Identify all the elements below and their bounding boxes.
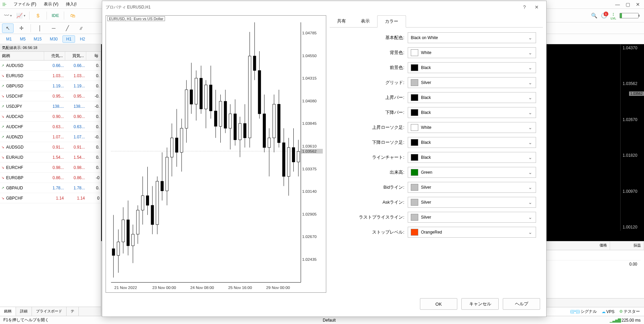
ask-value: 0.95... — [65, 94, 86, 99]
svg-rect-68 — [190, 90, 193, 104]
terminal-col-pl[interactable]: 損益 — [610, 241, 644, 250]
col-symbol[interactable]: 銘柄 — [0, 52, 44, 60]
menu-view[interactable]: 表示 (V) — [40, 0, 62, 8]
mw-tab[interactable]: テ — [67, 307, 79, 316]
market-watch-row[interactable]: ↘ USDCHF 0.95... 0.95... -0. — [0, 91, 101, 101]
color-dropdown[interactable]: Silver — [408, 212, 536, 223]
trendline-tool[interactable]: ╱ — [61, 23, 73, 33]
symbol-name: USDJPY — [5, 104, 44, 109]
ok-button[interactable]: OK — [420, 298, 457, 310]
svg-rect-20 — [108, 16, 324, 292]
search-icon[interactable]: 🔍 — [591, 13, 597, 19]
market-watch-header: 銘柄 売気... 買気... 毎 — [0, 52, 101, 61]
color-dropdown[interactable]: Silver — [408, 182, 536, 193]
signal-bars-icon: ▁▃▅▇ — [610, 318, 621, 323]
close-icon[interactable]: ✕ — [633, 1, 643, 8]
vps-link[interactable]: VPS — [602, 309, 614, 314]
color-value: Black — [421, 155, 431, 160]
change-value: 0. — [86, 63, 101, 68]
color-dropdown[interactable]: Green — [408, 167, 536, 178]
color-dropdown[interactable]: Silver — [408, 77, 536, 88]
crosshair-tool[interactable]: ✛ — [16, 23, 27, 33]
market-watch-row[interactable]: ↘ AUDSGD 0.91... 0.91... 0. — [0, 142, 101, 152]
market-watch-row[interactable]: ↗ USDJPY 138.... 138.... -0. — [0, 101, 101, 112]
color-dropdown[interactable]: Black — [408, 92, 536, 103]
svg-rect-96 — [258, 70, 261, 114]
color-dropdown[interactable]: Black — [408, 107, 536, 118]
color-dropdown[interactable]: Silver — [408, 197, 536, 208]
wave-icon: 〰 — [4, 13, 9, 18]
dialog-title: プロパティ EURUSD,H1 — [106, 4, 151, 10]
timeframe-M1[interactable]: M1 — [3, 36, 15, 42]
svg-rect-94 — [253, 56, 256, 70]
tester-link[interactable]: テスター — [619, 309, 640, 314]
dialog-chart-preview: EURUSD, H1: Euro vs US Dollar 1.047851.0… — [106, 15, 326, 293]
bid-value: 0.91... — [44, 145, 65, 150]
dialog-tab[interactable]: カラー — [377, 15, 406, 28]
menu-file[interactable]: ファイル (F) — [10, 0, 40, 8]
change-value: 0. — [86, 124, 101, 129]
market-watch-row[interactable]: ↘ EURGBP 0.86... 0.86... -0 — [0, 173, 101, 183]
svg-rect-88 — [239, 123, 241, 140]
timeframe-M30[interactable]: M30 — [47, 36, 61, 42]
market-watch-row[interactable]: ↗ AUDCHF 0.63... 0.63... 0. — [0, 122, 101, 132]
maximize-icon[interactable]: ▢ — [623, 1, 632, 8]
timeframe-M5[interactable]: M5 — [17, 36, 29, 42]
signal-link[interactable]: シグナル — [570, 309, 597, 314]
cursor-tool[interactable]: ↖ — [2, 23, 14, 33]
color-dropdown[interactable]: Black — [408, 152, 536, 163]
svg-rect-102 — [273, 104, 275, 138]
ask-value: 0.66... — [65, 63, 86, 68]
ask-value: 0.63... — [65, 124, 86, 129]
dollar-button[interactable]: $ — [32, 11, 44, 21]
market-button[interactable]: 🛍 — [67, 11, 78, 21]
timeframe-M15[interactable]: M15 — [30, 36, 45, 42]
chart-type-dropdown[interactable]: 📈 — [15, 11, 26, 21]
market-watch-row[interactable]: ↘ AUDCAD 0.90... 0.90... 0. — [0, 112, 101, 122]
market-watch-title: 気配値表示: 06:56:18 — [0, 44, 101, 52]
market-watch-row[interactable]: ↗ GBPAUD 1.78... 1.78... 0. — [0, 183, 101, 193]
color-row: ラストプライスライン: Silver — [330, 212, 536, 223]
timeframe-H1[interactable]: H1 — [62, 35, 75, 43]
help-button[interactable]: ヘルプ — [503, 298, 540, 310]
color-dropdown[interactable]: OrangeRed — [408, 227, 536, 238]
dialog-tab[interactable]: 表示 — [353, 15, 377, 27]
dialog-tab[interactable]: 共有 — [330, 15, 353, 27]
color-dropdown[interactable]: Black — [408, 62, 536, 73]
color-dropdown[interactable]: White — [408, 122, 536, 133]
menu-insert[interactable]: 挿入(I — [62, 0, 80, 8]
mw-tab[interactable]: 銘柄 — [0, 307, 16, 316]
color-row: Askライン: Silver — [330, 197, 536, 208]
color-dropdown[interactable]: Black on White — [408, 32, 536, 43]
cancel-button[interactable]: キャンセル — [461, 298, 499, 310]
mw-tab[interactable]: 詳細 — [16, 307, 32, 316]
ide-button[interactable]: IDE — [50, 11, 61, 21]
color-row: ラインチャート: Black — [330, 152, 536, 163]
svg-text:1.03610: 1.03610 — [302, 144, 317, 148]
timeframe-H2[interactable]: H2 — [76, 36, 88, 42]
svg-text:1.02435: 1.02435 — [302, 257, 317, 261]
notification-button[interactable]: 🕒 1 — [601, 13, 607, 19]
svg-rect-40 — [122, 220, 125, 242]
channel-tool[interactable]: ⫽ — [75, 23, 87, 33]
line-style-dropdown[interactable]: 〰 — [2, 11, 14, 21]
dialog-help-icon[interactable]: ? — [518, 4, 531, 10]
market-watch-row[interactable]: ↗ GBPUSD 1.19... 1.19... 0. — [0, 81, 101, 91]
dialog-close-icon[interactable]: ✕ — [531, 4, 543, 10]
col-ask[interactable]: 買気... — [65, 52, 86, 60]
market-watch-row[interactable]: ↗ AUDUSD 0.66... 0.66... 0. — [0, 61, 101, 71]
market-watch-row[interactable]: ↘ EURUSD 1.03... 1.03... 0. — [0, 71, 101, 81]
market-watch-row[interactable]: ↗ AUDNZD 1.07... 1.07... -0. — [0, 132, 101, 142]
color-dropdown[interactable]: Black — [408, 137, 536, 148]
vline-tool[interactable]: │ — [34, 23, 46, 33]
mw-tab[interactable]: プライスボード — [32, 307, 67, 316]
hline-tool[interactable]: ─ — [48, 23, 59, 33]
market-watch-row[interactable]: ↘ EURAUD 1.54... 1.54... 0. — [0, 152, 101, 163]
change-value: -0. — [86, 104, 101, 109]
minimize-icon[interactable]: — — [613, 1, 622, 8]
market-watch-row[interactable]: ↘ EURCHF 0.98... 0.98... 0. — [0, 163, 101, 173]
col-bid[interactable]: 売気... — [44, 52, 65, 60]
market-watch-row[interactable]: ↘ GBPCHF 1.14 1.14 0 — [0, 193, 101, 203]
col-change[interactable]: 毎 — [86, 52, 101, 60]
color-dropdown[interactable]: White — [408, 47, 536, 58]
